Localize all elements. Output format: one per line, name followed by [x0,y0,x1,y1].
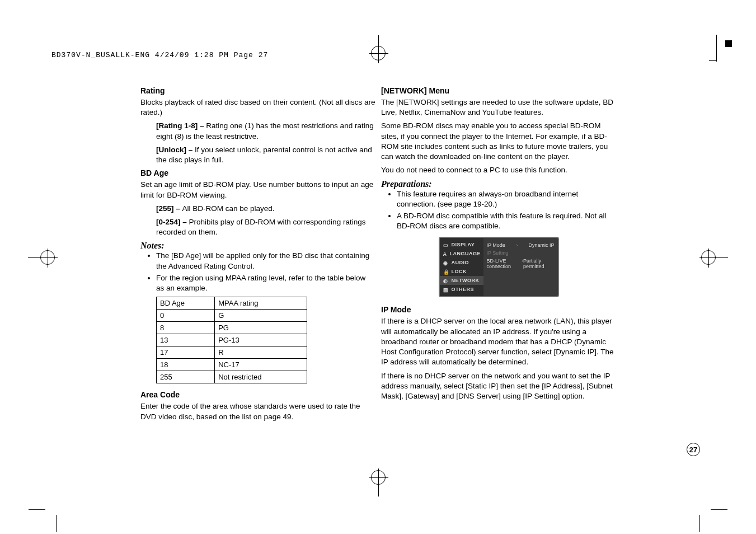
list-item: The [BD Age] will be applied only for th… [156,251,375,271]
area-code-desc: Enter the code of the area whose standar… [140,401,375,421]
ip-mode-p2: If there is no DHCP server on the networ… [381,371,616,402]
page-content: Rating Blocks playback of rated disc bas… [29,73,728,425]
bdage-opt-1: [255] – All BD-ROM can be played. [156,204,375,214]
setup-menu-screenshot: ▭DISPLAY ALANGUAGE ◉AUDIO 🔒LOCK ◐NETWORK… [439,237,559,297]
setting-row-bdlive: BD-LIVE connection›Partially permitted [487,257,555,270]
ip-mode-p1: If there is a DHCP server on the local a… [381,316,616,367]
network-icon: ◐ [443,278,449,283]
crop-mark-top-right [709,35,717,62]
setup-sidebar: ▭DISPLAY ALANGUAGE ◉AUDIO 🔒LOCK ◐NETWORK… [440,238,483,296]
preparations-list: This feature requires an always-on broad… [397,189,616,232]
reg-mark-bottom [371,470,386,485]
sidebar-item-display: ▭DISPLAY [440,240,483,249]
bdage-desc: Set an age limit of BD-ROM play. Use num… [140,180,375,200]
left-column: Rating Blocks playback of rated disc bas… [140,73,375,425]
crop-mark [711,509,727,510]
language-icon: A [443,251,447,256]
table-row: 13PG-13 [157,334,307,346]
bdage-heading: BD Age [140,168,375,177]
table-row: 18NC-17 [157,359,307,371]
list-item: A BD-ROM disc compatible with this featu… [397,211,616,231]
list-item: This feature requires an always-on broad… [397,189,616,209]
notes-list: The [BD Age] will be applied only for th… [156,251,375,293]
sidebar-item-network: ◐NETWORK [440,276,483,285]
crop-mark [29,509,45,510]
preparations-heading: Preparations: [381,179,616,189]
rating-desc: Blocks playback of rated disc based on t… [140,97,375,118]
table-row: 8PG [157,322,307,334]
rating-opt-1: [Rating 1-8] – Rating one (1) has the mo… [156,121,375,141]
table-row: 17R [157,346,307,359]
network-menu-heading: [NETWORK] Menu [381,86,616,95]
network-p3: You do not need to connect to a PC to us… [381,165,616,175]
list-item: For the region using MPAA rating level, … [156,273,375,293]
sidebar-item-audio: ◉AUDIO [440,258,483,267]
chevron-right-icon: › [516,242,518,248]
rating-opt-2: [Unlock] – If you select unlock, parenta… [156,145,375,165]
rating-heading: Rating [140,86,375,95]
sidebar-item-lock: 🔒LOCK [440,267,483,276]
setting-row-ip-setting: IP Setting [487,249,555,257]
setting-row-ip-mode: IP Mode›Dynamic IP [487,241,555,249]
page-number: 27 [687,443,700,456]
crop-mark [56,515,57,532]
bdage-opt-2: [0-254] – Prohibits play of BD-ROM with … [156,217,375,237]
network-p1: The [NETWORK] settings are needed to use… [381,97,616,118]
ip-mode-heading: IP Mode [381,305,616,314]
print-job-header: BD370V-N_BUSALLK-ENG 4/24/09 1:28 PM Pag… [51,51,268,59]
crop-mark [699,515,700,532]
others-icon: ▤ [443,287,449,292]
sidebar-item-others: ▤OTHERS [440,285,483,294]
reg-mark-top [371,46,386,60]
table-row: 255Not restricted [157,371,307,383]
table-row: 0G [157,310,307,322]
sidebar-item-language: ALANGUAGE [440,249,483,258]
table-row: BD AgeMPAA rating [157,297,307,310]
area-code-heading: Area Code [140,390,375,399]
setup-main-panel: IP Mode›Dynamic IP IP Setting BD-LIVE co… [483,238,558,296]
network-p2: Some BD-ROM discs may enable you to acce… [381,121,616,162]
notes-heading: Notes: [140,241,375,251]
lock-icon: 🔒 [443,269,449,274]
right-column: [NETWORK] Menu The [NETWORK] settings ar… [381,73,616,425]
bd-age-table: BD AgeMPAA rating 0G 8PG 13PG-13 17R 18N… [156,297,307,383]
display-icon: ▭ [443,242,449,247]
audio-icon: ◉ [443,260,449,265]
